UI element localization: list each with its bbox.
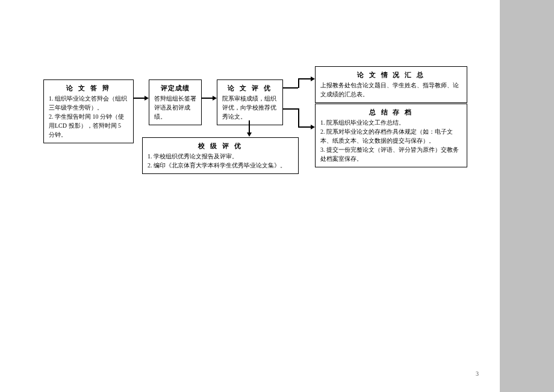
connector — [298, 108, 299, 126]
box-thesis-defense: 论 文 答 辩 1. 组织毕业论文答辩会（组织三年级学生旁听）。 2. 学生报告… — [43, 79, 134, 143]
page-number: 3 — [476, 370, 479, 377]
box-school-evaluation: 校 级 评 优 1. 学校组织优秀论文报告及评审。 2. 编印《北京体育大学本科… — [142, 137, 299, 174]
box-thesis-defense-title: 论 文 答 辩 — [49, 84, 128, 92]
connector — [283, 108, 298, 110]
connector — [298, 78, 312, 79]
connector — [283, 87, 298, 89]
box-thesis-summary-title: 论 文 情 况 汇 总 — [320, 70, 462, 79]
box-thesis-defense-body: 1. 组织毕业论文答辩会（组织三年级学生旁听）。 2. 学生报告时间 10 分钟… — [49, 94, 128, 139]
arrow-icon — [145, 96, 149, 101]
connector — [202, 98, 214, 99]
connector — [298, 78, 299, 88]
arrow-icon — [247, 132, 252, 137]
arrow-icon — [311, 125, 315, 129]
connector — [134, 98, 146, 99]
box-thesis-evaluation-title: 论 文 评 优 — [222, 84, 278, 92]
box-grade-assessment-title: 评定成绩 — [154, 84, 196, 92]
box-summary-archive: 总 结 存 档 1. 院系组织毕业论文工作总结。 2. 院系对毕业论文的存档作具… — [315, 104, 467, 167]
box-thesis-summary-body: 上报教务处包含论文题目、学生姓名、指导教师、论文成绩的汇总表。 — [320, 81, 462, 99]
box-grade-assessment-body: 答辩组组长签署评语及初评成绩。 — [154, 94, 196, 121]
box-summary-archive-title: 总 结 存 档 — [320, 108, 462, 116]
box-grade-assessment: 评定成绩 答辩组组长签署评语及初评成绩。 — [149, 79, 202, 125]
box-school-evaluation-body: 1. 学校组织优秀论文报告及评审。 2. 编印《北京体育大学本科学生优秀毕业论文… — [148, 152, 293, 170]
connector — [249, 120, 250, 134]
box-thesis-summary: 论 文 情 况 汇 总 上报教务处包含论文题目、学生姓名、指导教师、论文成绩的汇… — [315, 66, 467, 103]
box-thesis-evaluation: 论 文 评 优 院系审核成绩，组织评优，向学校推荐优秀论文。 — [217, 79, 283, 125]
box-thesis-evaluation-body: 院系审核成绩，组织评优，向学校推荐优秀论文。 — [222, 94, 278, 121]
arrow-icon — [213, 96, 217, 101]
connector — [298, 126, 312, 128]
box-school-evaluation-title: 校 级 评 优 — [148, 142, 293, 150]
arrow-icon — [311, 76, 315, 81]
box-summary-archive-body: 1. 院系组织毕业论文工作总结。 2. 院系对毕业论文的存档作具体规定（如：电子… — [320, 118, 462, 163]
